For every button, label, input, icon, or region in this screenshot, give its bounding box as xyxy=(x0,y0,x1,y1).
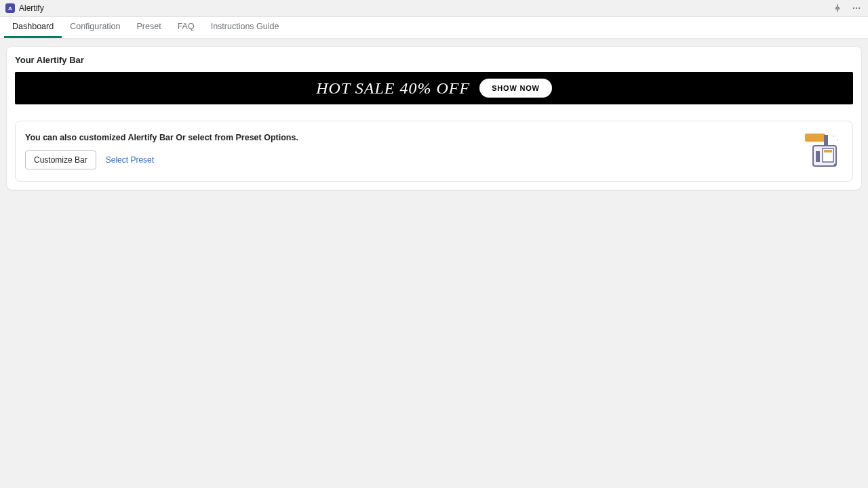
more-icon[interactable] xyxy=(850,2,863,14)
pin-icon[interactable] xyxy=(831,2,844,14)
topbar-right xyxy=(831,2,863,14)
svg-point-12 xyxy=(837,140,838,141)
customize-panel-actions: Customize Bar Select Preset xyxy=(25,150,786,169)
alert-bar-cta-button[interactable]: SHOW NOW xyxy=(479,79,552,98)
alert-bar-preview: HOT SALE 40% OFF SHOW NOW xyxy=(15,72,853,104)
svg-rect-7 xyxy=(816,151,820,162)
svg-point-10 xyxy=(834,164,836,166)
content-area: Your Alertify Bar HOT SALE 40% OFF SHOW … xyxy=(0,39,868,198)
svg-rect-4 xyxy=(805,134,825,142)
tab-dashboard[interactable]: Dashboard xyxy=(4,17,62,38)
svg-point-3 xyxy=(859,7,860,9)
app-topbar: A Alertify xyxy=(0,0,868,17)
card-title: Your Alertify Bar xyxy=(15,55,853,65)
customize-panel-text: You can also customized Alertify Bar Or … xyxy=(25,133,786,142)
app-icon: A xyxy=(5,3,15,13)
customize-panel: You can also customized Alertify Bar Or … xyxy=(15,121,853,182)
tab-configuration[interactable]: Configuration xyxy=(62,17,128,38)
customize-bar-button[interactable]: Customize Bar xyxy=(25,150,96,169)
svg-point-1 xyxy=(853,7,854,9)
select-preset-link[interactable]: Select Preset xyxy=(106,155,154,165)
alert-bar-message: HOT SALE 40% OFF xyxy=(316,79,470,98)
tab-nav: Dashboard Configuration Preset FAQ Instr… xyxy=(0,17,868,39)
app-name: Alertify xyxy=(19,3,44,13)
svg-rect-9 xyxy=(824,150,832,152)
tab-instructions-guide[interactable]: Instructions Guide xyxy=(203,17,288,38)
customize-panel-left: You can also customized Alertify Bar Or … xyxy=(25,133,786,169)
svg-point-2 xyxy=(856,7,857,9)
tab-preset[interactable]: Preset xyxy=(129,17,170,38)
paint-roller-illustration-icon xyxy=(800,131,843,171)
topbar-left: A Alertify xyxy=(5,3,44,13)
alertify-bar-card: Your Alertify Bar HOT SALE 40% OFF SHOW … xyxy=(7,47,861,190)
svg-point-11 xyxy=(833,136,834,137)
tab-faq[interactable]: FAQ xyxy=(170,17,203,38)
